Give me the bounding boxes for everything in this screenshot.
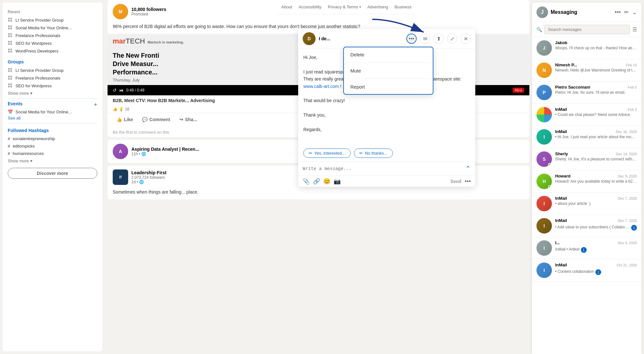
report-menu-item[interactable]: Report	[344, 80, 433, 94]
msg-date-howard: Dec 8, 2020	[618, 174, 637, 178]
msg-preview-pietro: Pietro: Hi Joe, for sure. I'll send an e…	[555, 90, 625, 95]
message-list-item-sherly[interactable]: S Sherly Dec 14, 2020 Sherly: Hi Joe, It…	[532, 148, 641, 170]
svg-rect-14	[8, 43, 10, 45]
show-more-hashtags[interactable]: Show more ▾	[8, 158, 97, 163]
svg-rect-0	[8, 18, 10, 19]
send-button[interactable]: Send	[450, 179, 461, 184]
message-list-item-inmail-dec7-1[interactable]: I InMail Dec 7, 2020 • about your articl…	[532, 193, 641, 215]
message-list-item-howard[interactable]: H Howard Dec 8, 2020 Howard: Are you ava…	[532, 170, 641, 193]
message-list-item-jakob[interactable]: J Jakob Woops, I'll check up on that - t…	[532, 37, 641, 59]
group-item-freelance-professionals-g[interactable]: Freelance Professionals	[8, 74, 97, 82]
msg-preview-howard: Howard: Are you available today to write…	[555, 179, 637, 184]
refresh-icon[interactable]: ↺	[113, 88, 117, 93]
yes-interested-button[interactable]: ✏ Yes, interested...	[303, 148, 351, 158]
msg-name-row-pietro: Pietro Saccomani Feb 5	[555, 85, 637, 90]
accessibility-link[interactable]: Accessibility	[298, 5, 321, 9]
msg-date-inmail-dec7-1: Dec 7, 2020	[618, 196, 637, 200]
svg-rect-22	[8, 70, 10, 72]
unread-badge: 1	[595, 269, 601, 275]
show-more-groups[interactable]: Show more ▾	[8, 91, 97, 96]
privacy-terms-dropdown[interactable]: Privacy & Terms ▾	[328, 5, 361, 9]
message-list-item-inmail-dec16[interactable]: I InMail Dec 16, 2020 • Hi Joe, I just r…	[532, 126, 641, 148]
recent-item-li-service-provider[interactable]: LI Service Provider Group	[8, 16, 97, 24]
advertising-link[interactable]: Advertising	[367, 5, 388, 9]
msg-preview-inmail-dec7-2: • Add value to your subscribers { Collab…	[555, 225, 630, 229]
hashtag-icon: #	[8, 144, 10, 148]
left-sidebar: Recent LI Service Provider GroupSocial M…	[3, 3, 102, 351]
emoji-icon[interactable]: 😊	[323, 178, 330, 185]
svg-rect-19	[10, 51, 12, 53]
like-button[interactable]: 👍 Like	[113, 114, 137, 125]
recent-item-freelance-professionals[interactable]: Freelance Professionals	[8, 32, 97, 39]
see-all-events[interactable]: See all	[8, 116, 97, 120]
minimize-icon[interactable]: ⌄	[632, 9, 637, 16]
msg-date-pietro: Feb 5	[628, 85, 637, 89]
event-item-social-media-event[interactable]: 📅Social Media for Your Online...	[8, 108, 97, 116]
message-list: J Jakob Woops, I'll check up on that - t…	[532, 37, 641, 354]
no-thanks-button[interactable]: ✏ No thanks...	[354, 148, 393, 158]
export-icon-button[interactable]: ⬆	[433, 33, 444, 44]
comment-button[interactable]: 💬 Comment	[138, 114, 174, 125]
message-list-item-inmail-nov4[interactable]: I I... Nov 4, 2020 InMail • Artikel 1	[532, 237, 641, 259]
hashtags-label[interactable]: Followed Hashtags	[8, 128, 97, 133]
filter-icon[interactable]: ☰	[632, 26, 637, 33]
attachment-icon[interactable]: 📎	[303, 178, 310, 185]
msg-avatar-inmail-dec7-1: I	[536, 196, 552, 211]
recent-item-social-media[interactable]: Social Media for Your Online...	[8, 24, 97, 32]
footer-more-icon[interactable]: •••	[465, 178, 471, 185]
msg-preview-inmail-dec7-1: • about your article :)	[555, 201, 591, 206]
msg-name-inmail-dec16: InMail	[555, 129, 567, 134]
mute-menu-item[interactable]: Mute	[344, 63, 433, 78]
svg-rect-23	[10, 70, 12, 72]
recent-item-wordpress-developers[interactable]: WordPress Developers	[8, 47, 97, 55]
msg-avatar-nimesh: N	[536, 62, 552, 78]
link-icon[interactable]: 🔗	[313, 178, 320, 185]
msg-preview-inmail-dec16: • Hi Joe, I just read your article about…	[555, 135, 637, 139]
content-area: About Accessibility Privacy & Terms ▾ Ad…	[105, 0, 532, 354]
expand-icon-button[interactable]: ⤢	[447, 33, 457, 44]
events-header: Events +	[8, 101, 97, 108]
message-input[interactable]	[303, 166, 463, 171]
message-link[interactable]: www.calb-art.com	[303, 84, 339, 89]
close-icon-button[interactable]: ✕	[460, 33, 471, 44]
message-list-item-pietro[interactable]: P Pietro Saccomani Feb 5 Pietro: Hi Joe,…	[532, 81, 641, 104]
msg-name-row-inmail-dec7-1: InMail Dec 7, 2020	[555, 196, 637, 201]
messaging-more-icon[interactable]: •••	[615, 9, 621, 16]
groups-label[interactable]: Groups	[8, 59, 97, 64]
expand-input-icon[interactable]: ⌃	[465, 165, 471, 172]
video-icon[interactable]: 📷	[334, 178, 341, 185]
prev-icon[interactable]: ⏮	[119, 88, 124, 93]
share-button[interactable]: ↪ Sha...	[175, 114, 201, 125]
recent-item-seo-wordpress[interactable]: SEO for Wordpress	[8, 39, 97, 47]
feed-card-2-avatar: A	[113, 144, 128, 159]
business-link[interactable]: Business	[394, 5, 412, 9]
search-icon: 🔍	[536, 27, 542, 32]
hashtag-item-socialentrepreneurship[interactable]: #socialentrepreneurship	[8, 135, 97, 142]
message-list-item-inmail-oct21[interactable]: I InMail Oct 21, 2020 • Content collabor…	[532, 259, 641, 282]
about-link[interactable]: About	[281, 5, 292, 9]
message-list-item-inmail-feb3[interactable]: InMail Feb 3 • Could we chat please? Nee…	[532, 104, 641, 126]
hashtag-item-editorspicks[interactable]: #editorspicks	[8, 142, 97, 150]
msg-avatar-sherly: S	[536, 151, 552, 167]
events-label[interactable]: Events	[8, 101, 23, 106]
msg-content-inmail-nov4: I... Nov 4, 2020 InMail • Artikel 1	[555, 240, 637, 256]
group-item-seo-wordpress-g[interactable]: SEO for Wordpress	[8, 82, 97, 90]
reaction-number: 16	[125, 107, 129, 111]
search-input[interactable]	[545, 25, 630, 34]
msg-content-inmail-dec16: InMail Dec 16, 2020 • Hi Joe, I just rea…	[555, 129, 637, 145]
add-event-button[interactable]: +	[94, 101, 97, 108]
compose-icon[interactable]: ✏	[624, 9, 629, 16]
delete-menu-item[interactable]: Delete	[344, 47, 433, 62]
msg-name-row-inmail-dec7-2: InMail Dec 7, 2020	[555, 218, 637, 223]
group-item-li-service-provider-g[interactable]: LI Service Provider Group	[8, 66, 97, 74]
grid-icon	[8, 68, 13, 73]
svg-rect-26	[8, 78, 10, 80]
message-list-item-nimesh[interactable]: N Nimesh P... Feb 15 Nimesh: Hello @Joe …	[532, 59, 641, 81]
message-list-item-inmail-dec7-2[interactable]: I InMail Dec 7, 2020 • Add value to your…	[532, 215, 641, 237]
msg-content-inmail-dec7-2: InMail Dec 7, 2020 • Add value to your s…	[555, 218, 637, 234]
hashtag-item-humanresources[interactable]: #humanresources	[8, 150, 97, 157]
msg-date-inmail-dec16: Dec 16, 2020	[616, 130, 637, 134]
svg-rect-28	[8, 83, 10, 85]
discover-more-button[interactable]: Discover more	[8, 168, 97, 179]
online-indicator	[548, 163, 551, 166]
